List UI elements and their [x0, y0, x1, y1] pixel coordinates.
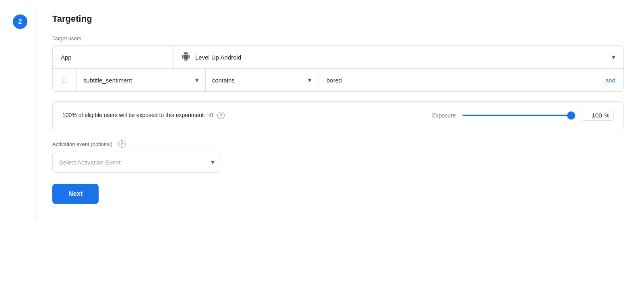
- target-users-box: App Level Up Android ▾: [52, 45, 624, 92]
- exposure-label: Exposure: [432, 112, 456, 119]
- platform-cell[interactable]: Level Up Android ▾: [173, 52, 623, 63]
- exposure-value-box: %: [582, 110, 614, 121]
- android-icon: [182, 52, 190, 63]
- exposure-box: 100% of eligible users will be exposed t…: [52, 101, 624, 129]
- next-button[interactable]: Next: [52, 184, 99, 204]
- filter-icon-cell: [53, 69, 77, 91]
- activation-placeholder: Select Activation Event: [59, 159, 121, 166]
- filter-value-cell: bored and: [318, 69, 623, 91]
- exposure-controls: Exposure %: [432, 110, 614, 121]
- exposure-percent: %: [605, 112, 609, 119]
- page-title: Targeting: [52, 14, 628, 24]
- activation-label-row: Activation event (optional) ?: [52, 140, 628, 148]
- filter-name-chevron-icon: ▾: [195, 76, 199, 84]
- app-label: App: [61, 54, 72, 61]
- filter-operator-text: contains: [212, 77, 235, 84]
- activation-event-select[interactable]: Select Activation Event ▾: [52, 152, 221, 173]
- filter-name-text: subtitle_sentiment: [83, 77, 132, 84]
- filter-operator-cell[interactable]: contains ▾: [206, 69, 318, 91]
- platform-chevron-icon: ▾: [612, 53, 615, 62]
- step-number: 2: [13, 14, 27, 29]
- activation-chevron-icon: ▾: [211, 158, 215, 167]
- filter-name-cell[interactable]: subtitle_sentiment ▾: [77, 69, 206, 91]
- filter-row: subtitle_sentiment ▾ contains ▾ bored an…: [53, 69, 623, 91]
- filter-operator-chevron-icon: ▾: [308, 76, 312, 84]
- exposure-slider[interactable]: [462, 115, 575, 116]
- app-row: App Level Up Android ▾: [53, 46, 623, 69]
- activation-event-label: Activation event (optional): [52, 141, 113, 147]
- app-cell: App: [53, 46, 173, 68]
- filter-type-icon: [62, 77, 68, 83]
- platform-name: Level Up Android: [195, 54, 241, 61]
- exposure-help-icon[interactable]: ?: [217, 112, 225, 119]
- exposure-value-input[interactable]: [586, 112, 602, 119]
- filter-value-text: bored: [326, 77, 342, 84]
- exposure-description: 100% of eligible users will be exposed t…: [62, 112, 225, 119]
- activation-help-icon[interactable]: ?: [118, 140, 126, 148]
- and-link[interactable]: and: [605, 77, 615, 84]
- target-users-label: Target users: [52, 35, 628, 41]
- exposure-count: ~0: [207, 112, 213, 118]
